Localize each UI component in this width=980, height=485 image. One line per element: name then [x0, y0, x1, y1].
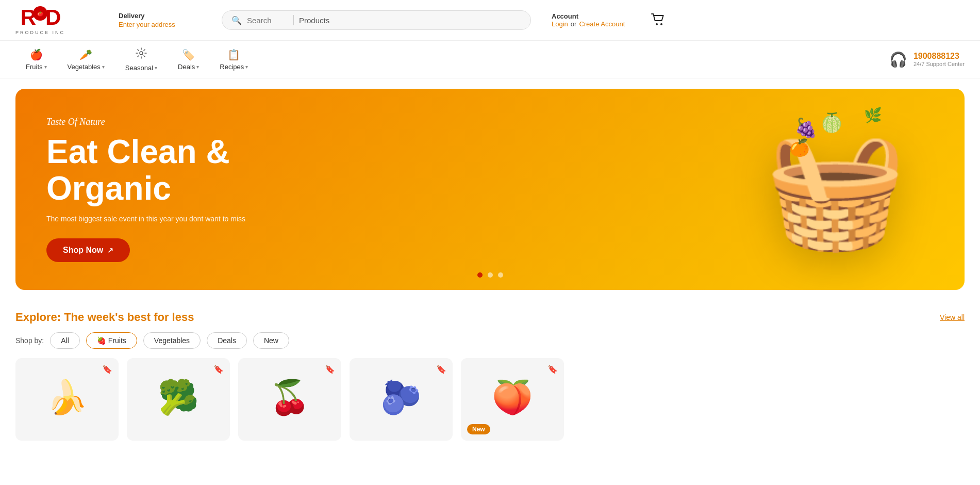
- carousel-dots: [477, 272, 503, 278]
- recipes-label: Recipes ▾: [220, 63, 248, 71]
- search-bar: 🔍 Products: [222, 10, 531, 30]
- product-card-broccoli[interactable]: 🔖 🥦: [127, 358, 230, 441]
- or-text: or: [571, 20, 577, 28]
- logo-area: R 🍅 D PRODUCE INC: [15, 5, 108, 35]
- shop-now-button[interactable]: Shop Now ↗: [46, 238, 130, 262]
- carousel-dot-3[interactable]: [498, 272, 503, 278]
- apricot-emoji: 🍑: [492, 378, 533, 417]
- carousel-dot-2[interactable]: [488, 272, 493, 278]
- product-img-blueberry: 🫐: [358, 366, 444, 428]
- nav-item-fruits[interactable]: 🍎 Fruits ▾: [15, 42, 57, 77]
- deals-icon: 🏷️: [182, 48, 195, 61]
- nav-item-vegetables[interactable]: 🥕 Vegetables ▾: [57, 42, 115, 77]
- logo[interactable]: R 🍅 D PRODUCE INC: [15, 5, 65, 35]
- filter-deals[interactable]: Deals: [207, 332, 247, 349]
- cart-button[interactable]: [644, 8, 671, 32]
- product-card-raspberry[interactable]: 🔖 🍒: [238, 358, 341, 441]
- nav-bar: 🍎 Fruits ▾ 🥕 Vegetables ▾: [0, 41, 980, 78]
- filter-new-label: New: [264, 336, 278, 345]
- svg-line-8: [144, 56, 145, 57]
- hero-subtitle: The most biggest sale event in this year…: [46, 215, 245, 223]
- product-img-banana: 🍌: [24, 366, 110, 428]
- filter-fruits-icon: 🍓: [97, 336, 106, 345]
- products-row: 🔖 🍌 🔖 🥦 🔖 🍒 🔖 🫐 🔖: [15, 358, 965, 446]
- svg-line-7: [138, 50, 139, 51]
- delivery-address-link[interactable]: Enter your address: [119, 21, 175, 28]
- grape-green-icon: 🍈: [820, 112, 843, 134]
- product-card-banana[interactable]: 🔖 🍌: [15, 358, 119, 441]
- filter-vegetables[interactable]: Vegetables: [143, 332, 201, 349]
- product-card-apricot[interactable]: 🔖 🍑 New: [461, 358, 564, 441]
- product-img-raspberry: 🍒: [246, 366, 333, 428]
- seasonal-label: Seasonal ▾: [125, 64, 157, 72]
- headphone-icon: 🎧: [889, 51, 907, 68]
- filter-fruits[interactable]: 🍓 Fruits: [86, 332, 137, 349]
- support-area: 🎧 1900888123 24/7 Support Center: [889, 51, 965, 68]
- svg-point-1: [660, 23, 662, 25]
- shop-by-row: Shop by: All 🍓 Fruits Vegetables Deals N…: [15, 332, 965, 349]
- carousel-dot-1[interactable]: [477, 272, 483, 278]
- fruits-icon: 🍎: [30, 48, 43, 61]
- nav-item-seasonal[interactable]: Seasonal ▾: [115, 41, 168, 78]
- search-category-label: Products: [299, 16, 329, 25]
- support-label: 24/7 Support Center: [913, 61, 965, 67]
- search-divider: [293, 15, 294, 25]
- logo-tomato: 🍅: [33, 6, 47, 21]
- account-links: Login or Create Account: [552, 20, 625, 28]
- broccoli-emoji: 🥦: [158, 378, 199, 417]
- filter-all[interactable]: All: [50, 332, 80, 349]
- external-link-icon: ↗: [107, 246, 113, 254]
- filter-vegetables-label: Vegetables: [154, 336, 190, 345]
- fruits-chevron: ▾: [44, 64, 47, 70]
- search-input[interactable]: [247, 16, 288, 25]
- bookmark-icon-raspberry[interactable]: 🔖: [325, 364, 335, 375]
- bookmark-icon-broccoli[interactable]: 🔖: [213, 364, 224, 375]
- cart-icon: [650, 11, 666, 27]
- svg-line-10: [144, 50, 145, 51]
- blueberry-emoji: 🫐: [380, 378, 422, 417]
- explore-title: Explore: The week's best for less: [15, 311, 194, 324]
- fruits-label: Fruits ▾: [26, 63, 47, 71]
- explore-subtitle: The week's best for less: [64, 311, 194, 324]
- svg-point-2: [140, 52, 143, 55]
- nav-item-recipes[interactable]: 📋 Recipes ▾: [209, 42, 258, 77]
- hero-tagline: Taste Of Nature: [46, 117, 245, 127]
- explore-prefix: Explore:: [15, 311, 61, 324]
- recipes-icon: 📋: [227, 48, 240, 61]
- grape-dark-icon: 🍇: [794, 117, 818, 139]
- product-img-apricot: 🍑: [469, 366, 556, 428]
- support-info: 1900888123 24/7 Support Center: [913, 52, 965, 67]
- vegetables-label: Vegetables ▾: [68, 63, 105, 71]
- delivery-area: Delivery Enter your address: [119, 12, 201, 29]
- svg-point-0: [656, 23, 658, 25]
- leaf-icon: 🌿: [864, 107, 882, 124]
- seasonal-chevron: ▾: [155, 65, 157, 71]
- logo-text-ed: D: [45, 5, 60, 30]
- bookmark-icon-banana[interactable]: 🔖: [102, 364, 112, 375]
- filter-deals-label: Deals: [218, 336, 236, 345]
- logo-text: R: [21, 5, 35, 30]
- banana-emoji: 🍌: [46, 378, 88, 417]
- bookmark-icon-apricot[interactable]: 🔖: [547, 364, 558, 375]
- new-badge: New: [467, 424, 490, 434]
- vegetables-icon: 🥕: [79, 48, 92, 61]
- deals-label: Deals ▾: [178, 63, 199, 71]
- search-icon: 🔍: [231, 15, 242, 25]
- bookmark-icon-blueberry[interactable]: 🔖: [436, 364, 446, 375]
- logo-sub: PRODUCE INC: [15, 30, 65, 35]
- hero-title-line2: Organic: [46, 170, 171, 207]
- raspberry-emoji: 🍒: [269, 378, 310, 417]
- login-link[interactable]: Login: [552, 20, 568, 28]
- explore-section: Explore: The week's best for less View a…: [0, 300, 980, 451]
- filter-new[interactable]: New: [253, 332, 289, 349]
- create-account-link[interactable]: Create Account: [579, 20, 625, 28]
- header: R 🍅 D PRODUCE INC Delivery Enter your ad…: [0, 0, 980, 41]
- hero-title-line1: Eat Clean &: [46, 133, 230, 170]
- filter-fruits-label: Fruits: [108, 336, 126, 345]
- nav-item-deals[interactable]: 🏷️ Deals ▾: [168, 42, 209, 77]
- explore-header: Explore: The week's best for less View a…: [15, 311, 965, 324]
- view-all-link[interactable]: View all: [940, 313, 965, 321]
- account-area: Account Login or Create Account: [552, 12, 634, 28]
- delivery-label: Delivery: [119, 12, 201, 20]
- product-card-blueberry[interactable]: 🔖 🫐: [350, 358, 453, 441]
